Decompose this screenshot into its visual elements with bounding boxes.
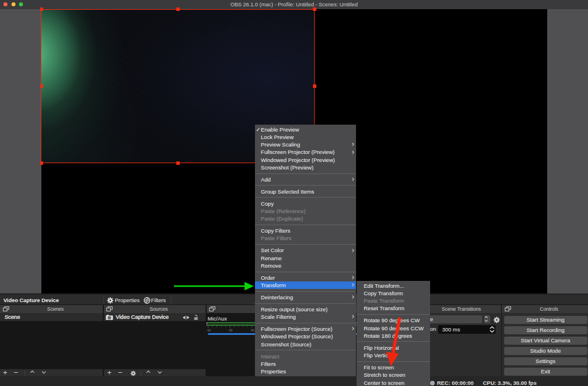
svg-text:-50: -50 [250,329,254,332]
svg-text:-55: -55 [228,329,233,332]
svg-text:-60: -60 [206,329,211,332]
